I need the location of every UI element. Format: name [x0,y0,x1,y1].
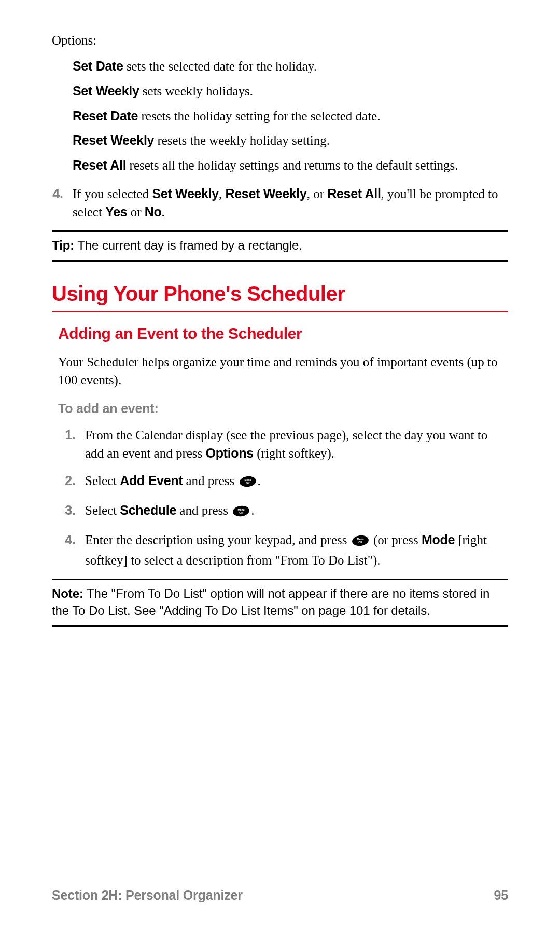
text: or [127,205,144,219]
menu-ok-icon: MenuOK [232,503,250,521]
list-step-4-top: 4. If you selected Set Weekly, Reset Wee… [52,185,508,221]
text: Select [85,474,120,488]
text: Enter the description using your keypad,… [85,533,351,547]
section-heading: Using Your Phone's Scheduler [52,279,508,312]
note-label: Note: [52,586,83,600]
text: . [161,205,164,219]
step-body: Select Schedule and press MenuOK. [85,501,508,521]
bold-text: Reset Weekly [225,186,306,201]
to-add-heading: To add an event: [58,400,508,418]
menu-ok-icon: MenuOK [352,533,369,551]
option-name: Set Weekly [73,84,139,98]
svg-text:OK: OK [246,482,250,485]
step-number: 3. [58,501,85,521]
option-desc: resets the holiday setting for the selec… [138,109,380,123]
intro-paragraph: Your Scheduler helps organize your time … [58,353,508,389]
step-2: 2. Select Add Event and press MenuOK. [58,472,508,492]
step-body: From the Calendar display (see the previ… [85,426,508,462]
bold-text: Reset All [327,186,381,201]
svg-text:OK: OK [358,541,362,544]
text: . [251,503,254,517]
text: (right softkey). [254,446,334,460]
option-desc: resets all the holiday settings and retu… [126,158,458,172]
option-name: Set Date [73,59,123,73]
step-number: 2. [58,472,85,492]
step-number: 4. [52,185,73,221]
text: and press [176,503,231,517]
bold-text: Schedule [120,503,176,517]
note-box: Note: The "From To Do List" option will … [52,579,508,627]
menu-ok-icon: MenuOK [239,474,257,492]
step-3: 3. Select Schedule and press MenuOK. [58,501,508,521]
option-desc: sets weekly holidays. [139,84,253,98]
note-body: The "From To Do List" option will not ap… [52,586,489,617]
option-desc: resets the weekly holiday setting. [154,133,330,147]
note-text: Note: The "From To Do List" option will … [52,585,508,619]
tip-box: Tip: The current day is framed by a rect… [52,230,508,262]
steps-list: 1. From the Calendar display (see the pr… [58,426,508,569]
text: Select [85,503,120,517]
page-content: Options: Set Date sets the selected date… [52,31,508,627]
step-number: 4. [58,531,85,569]
options-label: Options: [52,31,508,49]
option-reset-weekly: Reset Weekly resets the weekly holiday s… [73,132,508,149]
svg-text:OK: OK [240,511,244,514]
step-body: Select Add Event and press MenuOK. [85,472,508,492]
option-desc: sets the selected date for the holiday. [123,59,317,73]
step-4: 4. Enter the description using your keyp… [58,531,508,569]
step-1: 1. From the Calendar display (see the pr… [58,426,508,462]
option-name: Reset Weekly [73,133,154,147]
bold-text: Add Event [120,473,183,488]
bold-text: Yes [105,204,127,219]
option-set-weekly: Set Weekly sets weekly holidays. [73,83,508,100]
text: If you selected [73,187,152,201]
bold-text: Mode [422,532,455,547]
tip-label: Tip: [52,238,74,252]
text: and press [183,474,237,488]
footer-section: Section 2H: Personal Organizer [52,888,243,903]
footer-page-number: 95 [494,888,508,903]
sub-heading: Adding an Event to the Scheduler [58,323,508,345]
option-reset-all: Reset All resets all the holiday setting… [73,157,508,174]
text: , [219,187,226,201]
text: , or [307,187,328,201]
page-footer: Section 2H: Personal Organizer 95 [52,888,508,903]
option-reset-date: Reset Date resets the holiday setting fo… [73,107,508,125]
step-body: Enter the description using your keypad,… [85,531,508,569]
step-number: 1. [58,426,85,462]
option-name: Reset Date [73,108,138,123]
option-name: Reset All [73,158,126,172]
bold-text: No [145,204,162,219]
tip-text: Tip: The current day is framed by a rect… [52,237,508,254]
step-body: If you selected Set Weekly, Reset Weekly… [73,185,508,221]
bold-text: Set Weekly [152,186,219,201]
tip-body: The current day is framed by a rectangle… [74,238,302,252]
text: . [258,474,261,488]
text: (or press [370,533,422,547]
bold-text: Options [206,446,254,460]
option-set-date: Set Date sets the selected date for the … [73,58,508,75]
